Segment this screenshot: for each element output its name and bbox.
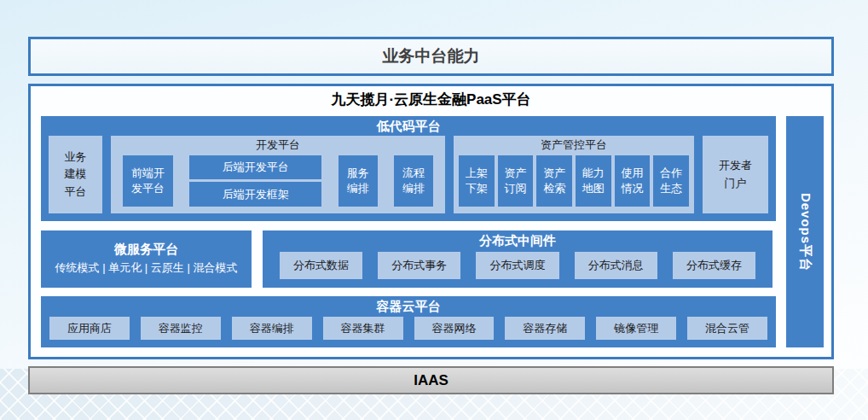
container-chip-image-mgmt: 镜像管理 — [596, 317, 676, 340]
page: 业务中台能力 九天揽月·云原生金融PaaS平台 低代码平台 业务 建模 平台 开… — [0, 0, 868, 420]
business-modeling-platform-cell: 业务 建模 平台 — [49, 136, 102, 213]
middleware-row: 分布式数据 分布式事务 分布式调度 分布式消息 分布式缓存 — [280, 252, 755, 279]
asset-cell-usage: 使用 情况 — [615, 155, 651, 207]
platform-title: 九天揽月·云原生金融PaaS平台 — [31, 90, 831, 109]
microservice-modes: 传统模式 | 单元化 | 云原生 | 混合模式 — [55, 260, 238, 276]
container-cloud-title: 容器云平台 — [41, 296, 776, 314]
backend-dev-stack: 后端开发平台 后端开发框架 — [189, 155, 321, 207]
backend-dev-platform-cell: 后端开发平台 — [189, 155, 321, 180]
section-lowcode-platform: 低代码平台 业务 建模 平台 开发平台 前端开 发平台 后端开发平台 后端开发框… — [41, 116, 776, 221]
asset-control-panel: 资产管控平台 上架 下架 资产 订阅 资产 检索 能力 地图 使用 情况 合作 … — [454, 136, 694, 213]
section-microservice-platform: 微服务平台 传统模式 | 单元化 | 云原生 | 混合模式 — [41, 230, 252, 288]
iaas-label: IAAS — [414, 372, 448, 389]
backend-dev-framework-cell: 后端开发框架 — [189, 182, 321, 207]
asset-cell-onshelf: 上架 下架 — [459, 155, 495, 207]
lowcode-row: 业务 建模 平台 开发平台 前端开 发平台 后端开发平台 后端开发框架 服务 编… — [41, 134, 776, 221]
middleware-title: 分布式中间件 — [263, 230, 773, 248]
dev-platform-title: 开发平台 — [111, 136, 445, 152]
container-cloud-row: 应用商店 容器监控 容器编排 容器集群 容器网络 容器存储 镜像管理 混合云管 — [49, 317, 767, 340]
frontend-dev-platform-cell: 前端开 发平台 — [123, 155, 173, 207]
devops-label: Devops平台 — [797, 192, 813, 271]
middleware-chip-messaging: 分布式消息 — [575, 252, 657, 279]
middleware-chip-cache: 分布式缓存 — [673, 252, 755, 279]
middleware-chip-transaction: 分布式事务 — [378, 252, 460, 279]
container-chip-hybrid-cloud: 混合云管 — [687, 317, 767, 340]
business-midplatform-banner: 业务中台能力 — [28, 37, 834, 76]
container-chip-cluster: 容器集群 — [323, 317, 403, 340]
process-orchestration-cell: 流程 编排 — [394, 155, 433, 207]
dev-platform-row: 前端开 发平台 后端开发平台 后端开发框架 服务 编排 流程 编排 — [123, 155, 433, 207]
section-container-cloud: 容器云平台 应用商店 容器监控 容器编排 容器集群 容器网络 容器存储 镜像管理… — [41, 296, 776, 347]
asset-cell-capability-map: 能力 地图 — [576, 155, 611, 207]
container-chip-storage: 容器存储 — [505, 317, 585, 340]
asset-cell-search: 资产 检索 — [536, 155, 572, 207]
container-chip-orchestration: 容器编排 — [232, 317, 312, 340]
lowcode-platform-title: 低代码平台 — [41, 116, 776, 134]
dev-platform-panel: 开发平台 前端开 发平台 后端开发平台 后端开发框架 服务 编排 流程 编排 — [111, 136, 445, 213]
middleware-chip-scheduling: 分布式调度 — [476, 252, 558, 279]
asset-control-title: 资产管控平台 — [454, 136, 694, 152]
asset-control-row: 上架 下架 资产 订阅 资产 检索 能力 地图 使用 情况 合作 生态 — [459, 155, 689, 207]
middleware-chip-data: 分布式数据 — [280, 252, 362, 279]
section-distributed-middleware: 分布式中间件 分布式数据 分布式事务 分布式调度 分布式消息 分布式缓存 — [263, 230, 773, 288]
container-chip-monitoring: 容器监控 — [141, 317, 221, 340]
microservice-title: 微服务平台 — [114, 242, 178, 257]
banner-label: 业务中台能力 — [383, 45, 480, 67]
devops-platform-bar: Devops平台 — [786, 116, 824, 347]
container-chip-app-store: 应用商店 — [49, 317, 130, 340]
paas-platform-panel: 九天揽月·云原生金融PaaS平台 低代码平台 业务 建模 平台 开发平台 前端开… — [28, 84, 834, 359]
asset-cell-subscribe: 资产 订阅 — [498, 155, 534, 207]
container-chip-network: 容器网络 — [414, 317, 495, 340]
iaas-bar: IAAS — [28, 366, 834, 394]
developer-portal-cell: 开发者 门户 — [703, 136, 768, 213]
asset-cell-ecosystem: 合作 生态 — [653, 155, 689, 207]
service-orchestration-cell: 服务 编排 — [339, 155, 378, 207]
